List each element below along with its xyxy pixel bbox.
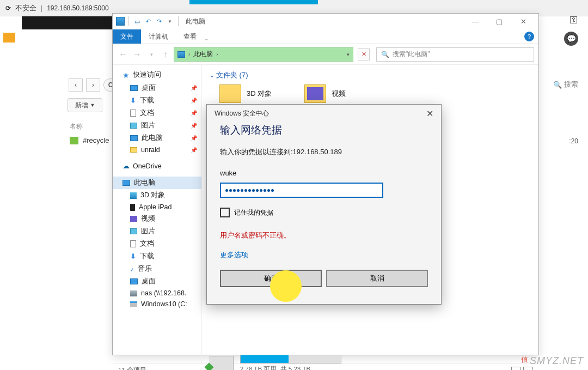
sidebar-3d-objects[interactable]: 3D 对象 (113, 189, 201, 202)
dialog-subtitle: 输入你的凭据以连接到:192.168.50.189 (220, 147, 428, 157)
thispc-icon (122, 180, 130, 186)
star-icon: ★ (122, 71, 130, 80)
pin-icon: 📌 (191, 85, 197, 91)
nav-recent-icon[interactable]: ▾ (145, 48, 157, 60)
explorer-search[interactable]: 🔍 搜索"此电脑" (376, 47, 534, 62)
address-bar[interactable]: › 此电脑 › ▾ (174, 47, 353, 62)
drive-item[interactable]: 2.78 TB 可用, 共 5.23 TB (210, 355, 341, 370)
drive-icon (210, 356, 234, 370)
sidebar-windows-c[interactable]: Windows10 (C: (113, 299, 201, 310)
new-button[interactable]: 新增▼ (68, 98, 102, 112)
folder-videos[interactable]: 视频 (304, 84, 346, 103)
reload-icon[interactable]: ⟳ (5, 4, 11, 12)
sidebar-thispc-selected[interactable]: 此电脑 (113, 177, 201, 189)
ribbon-file-tab[interactable]: 文件 (113, 29, 141, 44)
sidebar-music[interactable]: ♪音乐 (113, 263, 201, 275)
nav-up-icon[interactable]: ↑ (160, 48, 171, 60)
folder-3d-objects[interactable]: 3D 对象 (219, 84, 272, 103)
time-fragment: :20 (569, 137, 578, 145)
sidebar-apple-ipad[interactable]: Apple iPad (113, 202, 201, 213)
video-icon (130, 216, 137, 222)
forward-button[interactable]: › (86, 78, 100, 92)
dialog-heading: 输入网络凭据 (220, 123, 428, 137)
addr-chevron-down-icon[interactable]: ▾ (347, 52, 350, 57)
sidebar-videos[interactable]: 视频 (113, 213, 201, 225)
drive-usage-bar (240, 355, 341, 363)
back-button[interactable]: ‹ (69, 78, 83, 92)
bg-search[interactable]: 🔍搜索 (553, 80, 578, 89)
search-icon: 🔍 (553, 81, 562, 89)
view-details-icon[interactable] (511, 367, 521, 371)
ribbon-computer-tab[interactable]: 计算机 (141, 29, 176, 44)
section-folders[interactable]: ⌄文件夹 (7) (210, 70, 531, 80)
addr-thispc-icon (177, 51, 185, 58)
dialog-title: Windows 安全中心 (215, 109, 269, 118)
sidebar-unraid[interactable]: unraid📌 (113, 144, 201, 155)
close-button[interactable]: ✕ (511, 14, 535, 29)
item-count: 11 个项目 (118, 366, 146, 370)
qat-undo-icon[interactable]: ↶ (144, 17, 152, 26)
help-icon[interactable]: ? (524, 32, 534, 41)
remember-label: 记住我的凭据 (234, 208, 273, 217)
browser-tab-active[interactable] (189, 0, 318, 4)
minimize-button[interactable]: — (463, 14, 487, 29)
chevron-down-icon: ⌄ (210, 72, 214, 78)
sidebar-documents-2[interactable]: 文档 (113, 238, 201, 250)
nav-forward-icon[interactable]: → (131, 48, 143, 60)
username-value: wuke (220, 169, 428, 177)
ipad-icon (130, 204, 135, 211)
sidebar-onedrive[interactable]: ☁OneDrive (113, 160, 201, 172)
key-icon[interactable]: ⚿ (569, 15, 578, 25)
credential-dialog: Windows 安全中心 ✕ 输入网络凭据 输入你的凭据以连接到:192.168… (206, 104, 442, 305)
dialog-titlebar[interactable]: Windows 安全中心 ✕ (207, 105, 441, 122)
maximize-button[interactable]: ▢ (487, 14, 511, 29)
error-message: 用户名或密码不正确。 (220, 231, 428, 240)
nav-sidebar: ★快速访问 桌面📌 ⬇下载📌 文档📌 图片📌 此电脑📌 unraid📌 ☁One… (113, 65, 202, 363)
ribbon-expand-icon[interactable]: ⌄ (204, 35, 209, 41)
sidebar-downloads-2[interactable]: ⬇下载 (113, 250, 201, 263)
dialog-close-button[interactable]: ✕ (426, 108, 433, 119)
sidebar-quick-access[interactable]: ★快速访问 (113, 68, 201, 82)
view-large-icon[interactable] (523, 367, 533, 371)
address-clear-button[interactable]: ✕ (358, 48, 370, 60)
nav-row: ← → ▾ ↑ › 此电脑 › ▾ ✕ 🔍 搜索"此电脑" (113, 44, 538, 65)
thispc-icon (116, 17, 125, 26)
more-options-link[interactable]: 更多选项 (220, 250, 428, 260)
folder-icon (219, 84, 241, 103)
pin-icon: 📌 (191, 123, 197, 129)
qat-props-icon[interactable]: ▭ (133, 17, 142, 26)
chat-icon[interactable]: 💬 (564, 32, 578, 46)
recycle-item[interactable]: #recycle (70, 136, 109, 144)
pin-icon: 📌 (191, 135, 197, 141)
folder-icon[interactable] (3, 33, 15, 43)
title-bar[interactable]: ▭ ↶ ↷ ▼ 此电脑 — ▢ ✕ (113, 14, 538, 29)
remember-checkbox-row[interactable]: 记住我的凭据 (220, 208, 428, 217)
document-icon (130, 110, 136, 117)
sidebar-documents[interactable]: 文档📌 (113, 107, 201, 119)
sidebar-thispc-pin[interactable]: 此电脑📌 (113, 132, 201, 144)
checkbox-icon[interactable] (220, 208, 230, 217)
qat-redo-icon[interactable]: ↷ (155, 17, 163, 26)
address-text: 此电脑 (193, 50, 213, 59)
sidebar-nas[interactable]: nas (\\192.168. (113, 288, 201, 299)
sidebar-pictures[interactable]: 图片📌 (113, 119, 201, 132)
search-icon: 🔍 (381, 51, 389, 58)
sidebar-desktop-2[interactable]: 桌面 (113, 275, 201, 288)
sidebar-desktop[interactable]: 桌面📌 (113, 82, 201, 94)
cancel-button[interactable]: 取消 (326, 270, 428, 287)
ribbon-view-tab[interactable]: 查看 (176, 29, 204, 44)
bg-toolbar: ‹ › C (69, 78, 118, 92)
column-name[interactable]: 名称 (70, 122, 83, 131)
recycle-icon (70, 137, 78, 144)
ribbon: 文件 计算机 查看 ⌄ ? (113, 29, 538, 44)
sidebar-pictures-2[interactable]: 图片 (113, 225, 201, 238)
pin-icon: 📌 (191, 98, 197, 104)
url-text[interactable]: 192.168.50.189:5000 (47, 4, 108, 12)
nav-back-icon[interactable]: ← (117, 48, 129, 60)
watermark-zh: 值 (521, 355, 528, 365)
sidebar-downloads[interactable]: ⬇下载📌 (113, 94, 201, 107)
music-icon: ♪ (130, 265, 134, 273)
password-field[interactable] (220, 183, 383, 198)
qat-chevron-down-icon[interactable]: ▼ (166, 17, 174, 26)
window-title: 此电脑 (186, 17, 205, 26)
